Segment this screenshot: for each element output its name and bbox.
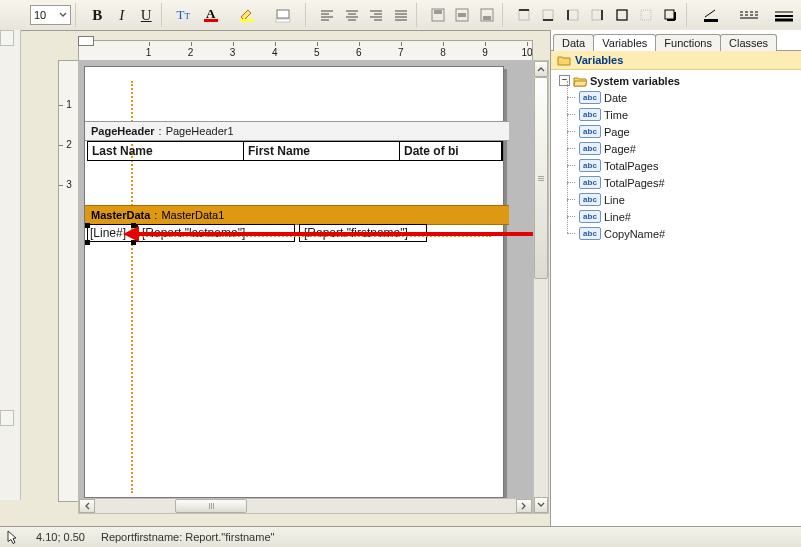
band-name: PageHeader1 [166, 125, 234, 137]
fill-color-button[interactable] [268, 3, 302, 27]
status-selection: Reportfirstname: Report."firstname" [101, 531, 274, 543]
align-justify-button[interactable] [389, 3, 411, 27]
scroll-down-button[interactable] [534, 497, 548, 513]
column-header[interactable]: Date of bi [400, 142, 502, 160]
band-divider [131, 235, 491, 237]
tab-classes[interactable]: Classes [720, 34, 777, 51]
report-page[interactable]: PageHeader: PageHeader1 Last Name First … [84, 66, 504, 498]
horizontal-scrollbar[interactable] [78, 498, 533, 514]
line-number-field[interactable]: [Line#] [87, 224, 137, 242]
status-position: 4.10; 0.50 [36, 531, 85, 543]
pane-tab[interactable] [0, 410, 14, 426]
tree-node-variable[interactable]: abcLine# [553, 208, 799, 225]
left-tool-strip [0, 30, 21, 500]
variable-icon: abc [579, 91, 601, 104]
tree-node-variable[interactable]: abcTotalPages [553, 157, 799, 174]
ruler-origin-handle[interactable] [78, 36, 94, 46]
svg-rect-1 [204, 19, 218, 22]
border-all-button[interactable] [610, 3, 632, 27]
svg-rect-4 [276, 19, 290, 22]
line-width-button[interactable] [768, 3, 801, 27]
svg-rect-14 [665, 10, 674, 19]
svg-rect-11 [592, 10, 602, 20]
svg-rect-13 [641, 10, 651, 20]
column-header-row[interactable]: Last Name First Name Date of bi [87, 141, 503, 161]
tree-node-variable[interactable]: abcDate [553, 89, 799, 106]
tab-variables[interactable]: Variables [593, 34, 656, 51]
chevron-down-icon [59, 11, 67, 19]
tree-node-variable[interactable]: abcTotalPages# [553, 174, 799, 191]
folder-open-icon [573, 75, 587, 87]
variable-icon: abc [579, 176, 601, 189]
tree-node-system-variables[interactable]: – System variables [553, 72, 799, 89]
svg-text:A: A [206, 7, 216, 21]
font-size-combo[interactable]: 10 [30, 5, 71, 25]
variable-icon: abc [579, 193, 601, 206]
tree-node-variable[interactable]: abcCopyName# [553, 225, 799, 242]
tab-data[interactable]: Data [553, 34, 594, 51]
format-toolbar: 10 B I U TT A [0, 0, 801, 31]
border-bottom-button[interactable] [537, 3, 559, 27]
scroll-up-button[interactable] [534, 61, 548, 77]
valign-bottom-button[interactable] [475, 3, 497, 27]
resize-handle[interactable] [131, 240, 136, 245]
tree-node-variable[interactable]: abcPage [553, 123, 799, 140]
band-label: MasterData [91, 209, 150, 221]
variable-icon: abc [579, 210, 601, 223]
tree-node-variable[interactable]: abcTime [553, 106, 799, 123]
italic-button[interactable]: I [111, 3, 133, 27]
tree-node-variable[interactable]: abcPage# [553, 140, 799, 157]
pane-tab[interactable] [0, 30, 14, 46]
svg-rect-15 [704, 19, 718, 22]
border-top-button[interactable] [512, 3, 534, 27]
folder-icon [557, 54, 571, 66]
scroll-left-button[interactable] [79, 499, 95, 513]
font-size-value: 10 [34, 9, 46, 21]
align-left-button[interactable] [316, 3, 338, 27]
panel-title: Variables [551, 51, 801, 70]
design-canvas[interactable]: PageHeader: PageHeader1 Last Name First … [78, 60, 533, 500]
lastname-field[interactable]: [Report."lastname"] [137, 224, 295, 242]
svg-rect-6 [456, 9, 468, 21]
resize-handle[interactable] [85, 240, 90, 245]
status-bar: 4.10; 0.50 Reportfirstname: Report."firs… [0, 526, 801, 547]
horizontal-ruler[interactable]: 1 2 3 4 5 6 7 8 9 10 [78, 40, 533, 62]
master-data-band[interactable]: MasterData: MasterData1 [85, 205, 509, 225]
border-left-button[interactable] [561, 3, 583, 27]
svg-rect-8 [519, 10, 529, 20]
vertical-ruler[interactable]: 1 2 3 [58, 60, 80, 502]
font-color-button[interactable]: A [197, 3, 231, 27]
valign-top-button[interactable] [426, 3, 448, 27]
resize-handle[interactable] [131, 223, 136, 228]
scroll-thumb[interactable] [175, 499, 247, 513]
border-none-button[interactable] [635, 3, 657, 27]
text-style-button[interactable]: TT [172, 3, 194, 27]
border-shadow-button[interactable] [659, 3, 681, 27]
column-header[interactable]: First Name [244, 142, 400, 160]
tree-node-variable[interactable]: abcLine [553, 191, 799, 208]
resize-handle[interactable] [85, 223, 90, 228]
scroll-right-button[interactable] [516, 499, 532, 513]
highlight-color-button[interactable] [232, 3, 266, 27]
underline-button[interactable]: U [135, 3, 157, 27]
master-data-row[interactable]: [Line#] [Report."lastname"] [Report."fir… [87, 225, 501, 241]
band-name: MasterData1 [161, 209, 224, 221]
tab-functions[interactable]: Functions [655, 34, 721, 51]
variable-icon: abc [579, 159, 601, 172]
line-color-button[interactable] [696, 3, 730, 27]
scroll-thumb[interactable] [534, 77, 548, 279]
firstname-field[interactable]: [Report."firstname"] [299, 224, 427, 242]
svg-rect-9 [543, 10, 553, 20]
align-right-button[interactable] [365, 3, 387, 27]
vertical-scrollbar[interactable] [533, 60, 549, 514]
svg-rect-2 [240, 19, 254, 22]
line-style-button[interactable] [732, 3, 766, 27]
page-header-band[interactable]: PageHeader: PageHeader1 [85, 121, 509, 141]
bold-button[interactable]: B [86, 3, 108, 27]
variable-icon: abc [579, 227, 601, 240]
align-center-button[interactable] [340, 3, 362, 27]
valign-middle-button[interactable] [451, 3, 473, 27]
border-right-button[interactable] [586, 3, 608, 27]
variables-tree[interactable]: – System variables abcDate abcTime abcPa… [551, 70, 801, 244]
column-header[interactable]: Last Name [88, 142, 244, 160]
